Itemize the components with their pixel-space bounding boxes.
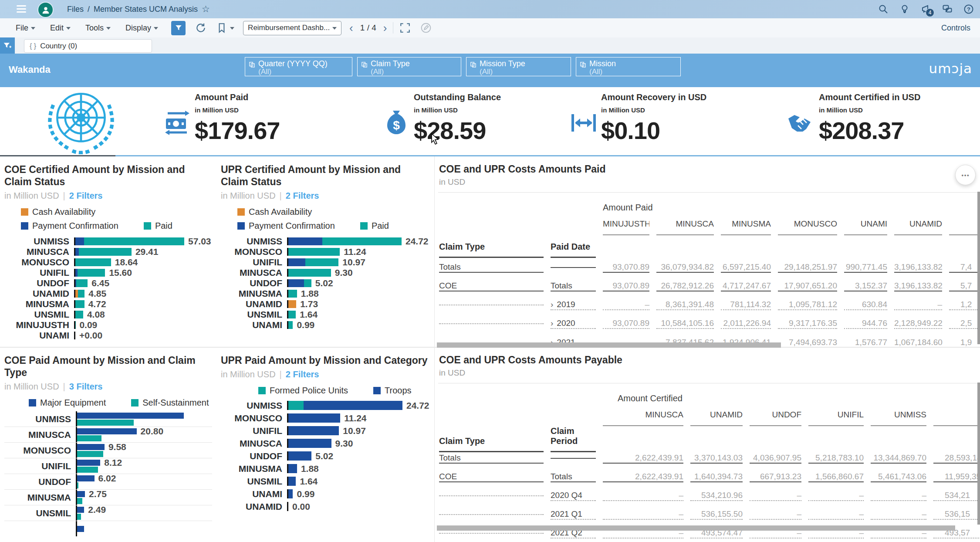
legend-item[interactable]: Payment Confirmation — [21, 221, 118, 231]
bar-segment[interactable] — [288, 451, 311, 461]
bar-segment[interactable] — [77, 514, 81, 520]
menu-file[interactable]: File — [16, 24, 35, 33]
legend-item[interactable]: Formed Police Units — [258, 386, 348, 396]
bookmark-menu[interactable] — [216, 22, 234, 34]
legend-item[interactable]: Troops — [373, 386, 412, 396]
column-header[interactable]: To — [933, 410, 980, 426]
bar-segment[interactable] — [77, 482, 78, 488]
hero-filter-mission[interactable]: Mission(All) — [576, 57, 681, 76]
column-header[interactable]: MINUJUSTH — [603, 219, 649, 235]
lightbulb-icon[interactable] — [899, 4, 910, 14]
column-header[interactable]: UNAMID — [690, 410, 743, 426]
legend-item[interactable]: Cash Availability — [237, 207, 312, 217]
favorite-star-icon[interactable]: ☆ — [202, 4, 210, 14]
paid-table-horizontal-scrollbar[interactable] — [437, 342, 781, 348]
bar-segment[interactable] — [77, 413, 184, 419]
column-header[interactable]: UNAMI — [844, 219, 887, 235]
help-icon[interactable]: ? — [963, 4, 974, 14]
fullscreen-icon[interactable] — [399, 22, 411, 34]
bar-segment[interactable] — [288, 477, 296, 486]
legend-item[interactable]: Cash Availability — [21, 207, 95, 217]
column-header[interactable]: UNDOF — [750, 410, 801, 426]
bar-segment[interactable] — [304, 401, 402, 410]
bar-segment[interactable] — [77, 491, 85, 497]
column-header[interactable]: UNIFIL — [808, 410, 864, 426]
bar-segment[interactable] — [288, 413, 340, 423]
column-header[interactable]: MINUSMA — [721, 219, 771, 235]
bar-segment[interactable] — [77, 435, 101, 441]
bar-segment[interactable] — [288, 258, 305, 266]
bar-segment[interactable] — [77, 507, 84, 513]
column-header[interactable]: UNMISS — [871, 410, 926, 426]
bar-segment[interactable] — [84, 237, 184, 245]
bar-segment[interactable] — [75, 258, 111, 266]
bar-segment[interactable] — [288, 248, 340, 256]
bar-segment[interactable] — [77, 460, 100, 466]
menu-edit[interactable]: Edit — [50, 24, 71, 33]
payable-table-horizontal-scrollbar[interactable] — [437, 525, 955, 531]
bar-segment[interactable] — [77, 420, 134, 426]
bar-segment[interactable] — [288, 269, 331, 277]
view-selector-dropdown[interactable]: Reimbursement Dashb... — [243, 21, 341, 35]
column-header[interactable]: MINUSCA — [656, 219, 714, 235]
bar-segment[interactable] — [75, 248, 79, 256]
widget-more-menu-button[interactable]: ●●● — [955, 165, 976, 185]
bar-segment[interactable] — [77, 498, 82, 504]
avatar[interactable] — [37, 2, 54, 18]
add-filter-button[interactable] — [0, 37, 15, 54]
bar-segment[interactable] — [77, 526, 84, 532]
expand-icon[interactable]: › — [551, 318, 553, 328]
refresh-icon[interactable] — [195, 22, 206, 34]
bar-segment[interactable] — [77, 467, 98, 473]
controls-button[interactable]: Controls — [941, 24, 970, 33]
bar-segment[interactable] — [322, 237, 402, 245]
hero-filter-quarter-yyyy-qq-[interactable]: Quarter (YYYY QQ)(All) — [245, 57, 352, 76]
bar-segment[interactable] — [78, 269, 105, 277]
column-header[interactable]: MINUSCA — [603, 410, 683, 426]
hamburger-menu-icon[interactable] — [17, 5, 26, 13]
bar-segment[interactable] — [79, 248, 132, 256]
edit-pencil-icon[interactable] — [420, 22, 432, 34]
announcements-megaphone-icon[interactable]: 4 — [921, 4, 931, 14]
paid-table-vertical-scrollbar[interactable] — [977, 192, 980, 344]
expand-icon[interactable]: › — [551, 300, 553, 309]
bar-segment[interactable] — [77, 428, 137, 434]
bar-segment[interactable] — [77, 451, 103, 457]
bar-segment[interactable] — [288, 426, 339, 435]
bar-segment[interactable] — [288, 321, 293, 329]
chart-filters-link[interactable]: 2 Filters — [286, 191, 319, 200]
legend-item[interactable]: Payment Confirmation — [237, 221, 335, 231]
bar-segment[interactable] — [76, 279, 88, 287]
bar-segment[interactable] — [288, 489, 293, 498]
search-icon[interactable] — [878, 4, 889, 14]
country-filter-chip[interactable]: { } Country (0) — [24, 39, 152, 53]
legend-item[interactable]: Paid — [144, 221, 172, 231]
bar-segment[interactable] — [75, 311, 83, 318]
menu-display[interactable]: Display — [125, 24, 158, 33]
bar-segment[interactable] — [75, 237, 84, 245]
hero-filter-mission-type[interactable]: Mission Type(All) — [466, 57, 571, 76]
bar-segment[interactable] — [305, 258, 338, 266]
hero-filter-claim-type[interactable]: Claim Type(All) — [357, 57, 461, 76]
previous-page-button[interactable]: ‹ — [349, 22, 353, 34]
legend-item[interactable]: Self-Sustainment — [131, 398, 209, 408]
bar-segment[interactable] — [288, 439, 331, 448]
bar-segment[interactable] — [288, 279, 304, 287]
menu-tools[interactable]: Tools — [85, 24, 111, 33]
column-header[interactable]: UNAMID — [894, 219, 942, 235]
chart-filters-link[interactable]: 2 Filters — [286, 369, 319, 379]
chart-filters-link[interactable]: 2 Filters — [69, 191, 103, 200]
breadcrumb-files-link[interactable]: Files — [67, 5, 84, 14]
comments-icon[interactable] — [942, 4, 953, 14]
bar-segment[interactable] — [288, 237, 322, 245]
column-header[interactable]: MONUSCO — [778, 219, 837, 235]
bar-segment[interactable] — [288, 311, 296, 318]
bar-segment[interactable] — [288, 401, 304, 410]
bar-segment[interactable] — [288, 290, 297, 298]
next-page-button[interactable]: › — [383, 22, 387, 34]
bar-segment[interactable] — [78, 290, 84, 298]
bar-segment[interactable] — [77, 475, 95, 481]
payable-table-vertical-scrollbar[interactable] — [977, 383, 980, 525]
legend-item[interactable]: Paid — [360, 221, 389, 231]
bar-segment[interactable] — [288, 300, 296, 308]
